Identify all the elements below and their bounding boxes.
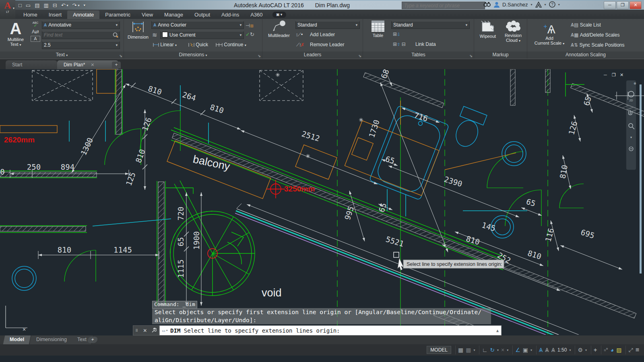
clean-screen-icon[interactable]: ⤢ <box>628 346 633 354</box>
find-text-input[interactable] <box>42 31 113 39</box>
isometric-drafting-icon[interactable]: × <box>501 346 504 354</box>
walls-hatched[interactable] <box>0 69 644 335</box>
sink-round-right[interactable] <box>502 142 526 166</box>
dim-style-select[interactable]: ѦAnno Courier▼ <box>151 21 244 29</box>
new-layout-button[interactable]: + <box>87 337 98 343</box>
find-search-icon[interactable] <box>112 32 119 38</box>
workspace-gear-icon[interactable]: ⚙ <box>578 346 583 354</box>
layout-tab-model[interactable]: Model <box>3 335 31 344</box>
tab-output[interactable]: Output <box>189 10 216 19</box>
sync-scale-positions-button[interactable]: Ѧ⇅ Sync Scale Positions <box>571 42 624 48</box>
mleader-group-icons[interactable]: ⦂⟋• <box>296 32 303 37</box>
ribbon-display-toggle[interactable]: ▣ ▾ <box>272 12 286 18</box>
navigation-bar[interactable]: ⊗ 2D ▾ <box>626 80 636 170</box>
furniture-orange[interactable] <box>0 69 516 199</box>
viewport-window-controls[interactable]: ─ ❐ ✕ <box>603 72 623 77</box>
table-link-icons[interactable]: ⊞⇧ ⊟ <box>393 41 406 47</box>
close-button[interactable]: ✕ <box>630 1 642 9</box>
osnap-dropdown-icon[interactable]: ▾ <box>530 348 532 352</box>
help-dropdown-icon[interactable]: ▾ <box>558 3 560 6</box>
snap-mode-icon[interactable]: ▩ <box>466 346 471 354</box>
dim-update-icon[interactable]: ✓ <box>246 31 250 37</box>
help-icon[interactable]: ? <box>549 1 555 8</box>
text-style-icon[interactable]: A <box>31 36 40 42</box>
file-tab-start[interactable]: Start <box>6 60 57 70</box>
file-tab-dimplan[interactable]: Dim Plan*✕ <box>57 60 118 70</box>
wipeout-button[interactable]: Wipeout <box>477 20 499 39</box>
scale-list-button[interactable]: Ѧ▤ Scale List <box>571 22 601 28</box>
panel-label-leaders[interactable]: Leaders⇘ <box>262 51 363 59</box>
annotation-visibility-icon[interactable]: Ѧ <box>539 346 543 354</box>
iso-dropdown-icon[interactable]: ▾ <box>507 348 508 352</box>
continue-dim-button[interactable]: Continue ▾ <box>216 42 246 47</box>
polar-tracking-icon[interactable]: ↻ <box>490 346 495 354</box>
add-leader-button[interactable]: Add Leader <box>310 32 335 37</box>
navbar-more-icon[interactable]: ▾ <box>630 136 632 139</box>
annotation-monitor-plus-icon[interactable]: + <box>594 346 597 354</box>
command-recent-dropdown-icon[interactable]: ▾ <box>166 329 168 332</box>
text-height-select[interactable]: 2.5▼ <box>42 41 120 49</box>
annotation-scale-icon[interactable]: Ѧ <box>551 346 555 354</box>
extract-data-icon[interactable]: ⊞⇩ <box>393 31 400 37</box>
command-recent-icon[interactable]: ▭ <box>162 328 165 333</box>
quick-dim-button[interactable]: Quick <box>188 42 208 47</box>
mleader-group2-icons[interactable]: ⟋⦂✗ <box>296 42 304 47</box>
tab-home[interactable]: Home <box>18 10 43 19</box>
tab-annotate[interactable]: Annotate <box>67 10 99 19</box>
command-expand-icon[interactable]: ▲ <box>496 328 499 333</box>
tab-addins[interactable]: Add-ins <box>216 10 245 19</box>
ortho-mode-icon[interactable]: ∟ <box>482 346 487 354</box>
restore-button[interactable]: ❐ <box>617 1 629 9</box>
panel-label-text[interactable]: Text ▾⇘ <box>0 51 124 59</box>
linear-dim-button[interactable]: Linear ▾ <box>153 42 177 47</box>
search-binoculars-icon[interactable] <box>483 2 491 7</box>
dimension-button[interactable]: Dimension <box>126 20 150 39</box>
canvas-scrollbar[interactable] <box>640 84 642 274</box>
table-style-select[interactable]: Standard▼ <box>391 21 470 29</box>
panel-label-markup[interactable]: Markup <box>474 51 527 59</box>
multileader-button[interactable]: Multileader <box>266 20 292 38</box>
dim-break-icon[interactable]: ⊣ <box>246 23 250 29</box>
panel-label-dimensions[interactable]: Dimensions ▾⇘ <box>124 51 262 59</box>
autoscale-icon[interactable]: Ѧ <box>545 346 549 354</box>
annotation-scale-value[interactable]: 1:50 <box>557 347 567 353</box>
tab-a360[interactable]: A360 <box>245 10 268 19</box>
help-search-input[interactable] <box>402 2 485 9</box>
file-tab-close-icon[interactable]: ✕ <box>91 62 94 67</box>
mleader-style-select[interactable]: Standard▼ <box>295 21 360 29</box>
bathtub[interactable] <box>369 105 449 200</box>
isolate-objects-icon[interactable]: ◕ <box>611 346 614 354</box>
command-wrench-icon[interactable] <box>151 328 157 333</box>
navbar-close-icon[interactable]: ⊗ <box>634 82 636 85</box>
link-data-button[interactable]: Link Data <box>415 41 436 47</box>
add-current-scale-button[interactable]: +Ѧ AddCurrent Scale ▾ <box>531 20 568 46</box>
dim-layer-select[interactable]: Use Current▼ <box>160 31 244 39</box>
text-align-icon[interactable]: A⇄ <box>31 29 40 35</box>
multiline-text-button[interactable]: A MultilineText ▾ <box>3 20 28 47</box>
add-delete-scales-button[interactable]: Ѧ▦ Add/Delete Scales <box>571 32 619 38</box>
command-grip-dots-icon[interactable]: ⠿ <box>136 329 139 333</box>
model-space-button[interactable]: MODEL <box>427 346 451 354</box>
minimize-button[interactable]: ─ <box>604 1 616 9</box>
drawing-canvas[interactable]: 810 264 810 126 1300 810 125 0 250 894 2… <box>0 69 644 335</box>
exchange-dropdown-icon[interactable]: ▾ <box>545 3 546 6</box>
grid-display-icon[interactable]: ▦ <box>458 346 463 354</box>
new-drawing-tab-button[interactable]: + <box>112 62 121 68</box>
customization-menu-icon[interactable]: ≡ <box>636 346 639 354</box>
remove-leader-button[interactable]: Remove Leader <box>310 42 344 47</box>
toilet[interactable] <box>450 106 487 150</box>
dim-layer-icon[interactable]: ≋ <box>152 31 157 39</box>
workspace-dropdown-icon[interactable]: ▾ <box>585 348 587 352</box>
table-button[interactable]: Table <box>368 20 388 38</box>
spell-check-icon[interactable]: ABC✓ <box>31 21 40 27</box>
autodesk-exchange-icon[interactable] <box>535 2 542 8</box>
graphics-performance-icon[interactable]: ▨ <box>616 346 621 354</box>
user-dropdown-icon[interactable]: ▾ <box>531 3 533 6</box>
app-logo[interactable]: ALT▾ <box>0 0 15 19</box>
tab-view[interactable]: View <box>136 10 159 19</box>
command-close-icon[interactable]: ✕ <box>143 328 147 333</box>
command-bar-grip[interactable]: ⠿ ✕ <box>133 325 159 335</box>
signed-in-user[interactable]: D.Sanchez <box>502 2 528 8</box>
object-snap-icon[interactable]: ∠ <box>515 346 520 354</box>
dim-override-icon[interactable]: ↻ <box>250 31 254 37</box>
